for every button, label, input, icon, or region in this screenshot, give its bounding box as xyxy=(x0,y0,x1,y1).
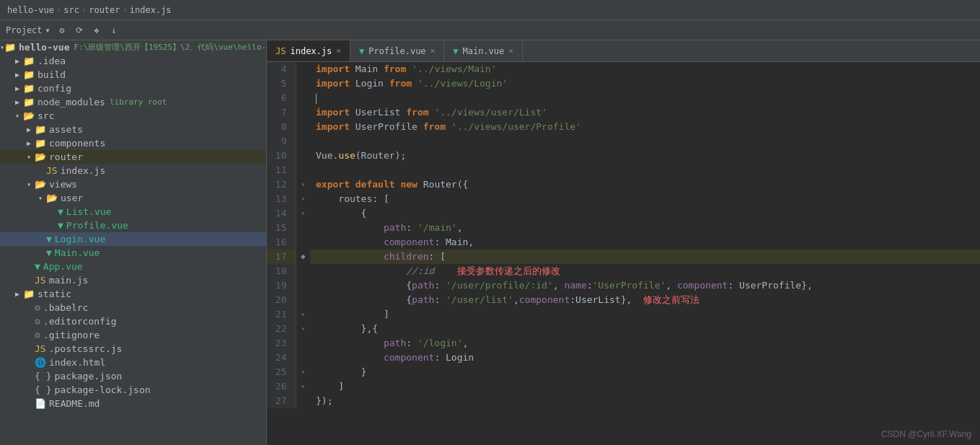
tab-index-js-label: index.js xyxy=(290,46,332,56)
fold-icon[interactable]: ▾ xyxy=(301,209,305,217)
fold-icon[interactable]: ▾ xyxy=(301,382,305,390)
line-content: export default new Router({ xyxy=(310,177,980,192)
line-gutter xyxy=(296,105,310,120)
sidebar-item-login-vue[interactable]: ▼ Login.vue xyxy=(0,232,266,246)
sidebar-item-babelrc[interactable]: ⚙ .babelrc xyxy=(0,301,266,314)
sidebar-item-app-vue[interactable]: ▼ App.vue xyxy=(0,260,266,273)
breadcrumb-project: hello-vue xyxy=(7,5,54,15)
fold-icon[interactable]: ▾ xyxy=(301,368,305,376)
expand-components: ▶ xyxy=(23,139,35,147)
line-gutter xyxy=(296,336,310,351)
sep1: › xyxy=(56,5,61,15)
code-table: 4 import Main from '../views/Main' 5 imp… xyxy=(267,62,980,408)
expand-config: ▶ xyxy=(12,84,23,92)
line-gutter xyxy=(296,91,310,105)
expand-src: ▾ xyxy=(12,112,23,120)
folder-icon-assets: 📁 xyxy=(35,124,46,135)
line-number: 16 xyxy=(267,235,296,250)
chevron-down-icon[interactable]: ▾ xyxy=(45,25,50,35)
line-gutter xyxy=(296,235,310,250)
table-row: 5 import Login from '../views/Login' xyxy=(267,76,980,91)
sidebar-item-readme[interactable]: 📄 README.md xyxy=(0,397,266,410)
table-row: 9 xyxy=(267,134,980,149)
sidebar-item-idea[interactable]: ▶ 📁 .idea xyxy=(0,54,266,68)
expand-node-modules: ▶ xyxy=(12,98,23,106)
sidebar-item-build[interactable]: ▶ 📁 build xyxy=(0,68,266,81)
table-row: 22 ▾ },{ xyxy=(267,322,980,336)
expand-assets: ▶ xyxy=(23,125,35,133)
code-editor[interactable]: 4 import Main from '../views/Main' 5 imp… xyxy=(267,62,980,445)
assets-label: assets xyxy=(49,124,83,135)
table-row: 7 import UserList from '../views/user/Li… xyxy=(267,105,980,120)
line-content: path: '/login', xyxy=(310,336,980,351)
line-content: Vue.use(Router); xyxy=(310,149,980,163)
gear-icon[interactable]: ❖ xyxy=(91,25,102,36)
html-icon-index: 🌐 xyxy=(35,357,46,368)
fold-icon[interactable]: ▾ xyxy=(301,195,305,203)
sidebar-item-index-html[interactable]: 🌐 index.html xyxy=(0,356,266,369)
editorconfig-label: .editorconfig xyxy=(43,316,117,327)
sidebar-item-main-vue[interactable]: ▼ Main.vue xyxy=(0,246,266,260)
sidebar-item-gitignore[interactable]: ⚙ .gitignore xyxy=(0,328,266,342)
fold-icon[interactable]: ▾ xyxy=(301,180,305,188)
sidebar-item-profile-vue[interactable]: ▼ Profile.vue xyxy=(0,219,266,232)
sidebar-item-components[interactable]: ▶ 📁 components xyxy=(0,136,266,150)
sidebar-item-src[interactable]: ▾ 📂 src xyxy=(0,109,266,123)
line-number: 13 xyxy=(267,192,296,206)
sidebar-item-index-js[interactable]: JS index.js xyxy=(0,164,266,177)
sidebar-item-main-js[interactable]: JS main.js xyxy=(0,273,266,287)
pin-icon[interactable]: ↓ xyxy=(108,25,120,36)
sidebar-item-node-modules[interactable]: ▶ 📁 node_modules library root xyxy=(0,95,266,109)
tab-close-index[interactable]: × xyxy=(336,46,341,56)
tab-index-js[interactable]: JS index.js × xyxy=(267,40,350,61)
table-row: 16 component: Main, xyxy=(267,235,980,250)
sidebar-item-list-vue[interactable]: ▼ List.vue xyxy=(0,205,266,219)
line-gutter xyxy=(296,264,310,278)
sidebar-item-package-json[interactable]: { } package.json xyxy=(0,369,266,383)
js-icon-index: JS xyxy=(46,165,58,176)
line-gutter: ▾ xyxy=(296,322,310,336)
router-label: router xyxy=(49,151,83,162)
library-root-tag: library root xyxy=(110,97,167,107)
breadcrumb-src: src xyxy=(63,5,79,15)
line-content: //:id 接受参数传递之后的修改 xyxy=(310,264,980,278)
sidebar-item-root[interactable]: ▾ 📁 hello-vue F:\班级管理\西开【19525】\2、代码\vue… xyxy=(0,40,266,54)
sidebar-item-assets[interactable]: ▶ 📁 assets xyxy=(0,123,266,136)
line-gutter xyxy=(296,221,310,235)
sidebar-item-user[interactable]: ▾ 📂 user xyxy=(0,191,266,205)
expand-user: ▾ xyxy=(35,194,46,202)
fold-icon[interactable]: ▾ xyxy=(301,325,305,332)
sidebar-item-postcssrc[interactable]: JS .postcssrc.js xyxy=(0,342,266,356)
sidebar-item-router[interactable]: ▾ 📂 router xyxy=(0,150,266,164)
package-json-label: package.json xyxy=(54,371,122,382)
folder-icon-build: 📁 xyxy=(23,69,35,80)
line-gutter xyxy=(296,76,310,91)
settings-icon[interactable]: ⚙ xyxy=(56,25,68,36)
line-number: 14 xyxy=(267,206,296,221)
line-content xyxy=(310,134,980,149)
tab-close-profile[interactable]: × xyxy=(431,46,436,56)
sidebar-item-package-lock[interactable]: { } package-lock.json xyxy=(0,383,266,397)
fold-icon[interactable]: ▾ xyxy=(301,310,305,318)
sidebar-item-config[interactable]: ▶ 📁 config xyxy=(0,81,266,95)
table-row: 23 path: '/login', xyxy=(267,336,980,351)
line-content: import UserList from '../views/user/List… xyxy=(310,105,980,120)
sidebar-item-views[interactable]: ▾ 📂 views xyxy=(0,177,266,191)
table-row: 10 Vue.use(Router); xyxy=(267,149,980,163)
tab-profile-vue[interactable]: ▼ Profile.vue × xyxy=(350,40,444,61)
line-content: children: [ xyxy=(310,250,980,264)
tab-profile-label: Profile.vue xyxy=(368,46,425,56)
sidebar-item-editorconfig[interactable]: ⚙ .editorconfig xyxy=(0,314,266,328)
table-row: 21 ▾ ] xyxy=(267,307,980,322)
sidebar[interactable]: ▾ 📁 hello-vue F:\班级管理\西开【19525】\2、代码\vue… xyxy=(0,40,267,445)
table-row: 25 ▾ } xyxy=(267,365,980,379)
toolbar: Project ▾ ⚙ ⟳ ❖ ↓ xyxy=(0,20,980,40)
file-icon-readme: 📄 xyxy=(35,398,46,409)
tab-close-main[interactable]: × xyxy=(508,46,513,56)
sep2: › xyxy=(81,5,87,15)
sidebar-item-static[interactable]: ▶ 📁 static xyxy=(0,287,266,301)
sync-icon[interactable]: ⟳ xyxy=(74,25,85,36)
line-content: { xyxy=(310,206,980,221)
tab-main-vue[interactable]: ▼ Main.vue × xyxy=(444,40,523,61)
folder-icon-components: 📁 xyxy=(35,138,46,149)
